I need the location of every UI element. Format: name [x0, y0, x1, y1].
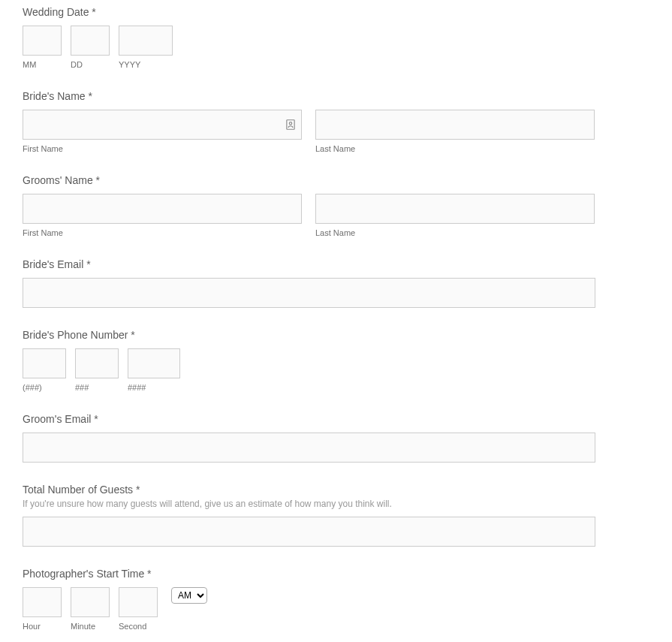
phone-line-input[interactable]: [128, 348, 180, 378]
groom-first-name-input[interactable]: [23, 194, 302, 224]
groom-last-col: Last Name: [315, 194, 595, 237]
wedding-form: Wedding Date * MM DD YYYY Bride's Name *: [0, 0, 672, 642]
phone-prefix-sublabel: ###: [75, 383, 119, 392]
groom-name-group: Grooms' Name * First Name Last Name: [23, 174, 649, 237]
phone-line-col: ####: [128, 348, 180, 392]
phone-area-col: (###): [23, 348, 66, 392]
bride-email-input[interactable]: [23, 278, 595, 308]
groom-email-input[interactable]: [23, 433, 595, 463]
bride-first-name-input[interactable]: [23, 110, 302, 140]
bride-first-sublabel: First Name: [23, 144, 302, 153]
year-col: YYYY: [119, 26, 173, 69]
bride-name-row: First Name Last Name: [23, 110, 649, 153]
groom-name-label: Grooms' Name *: [23, 174, 649, 186]
month-sublabel: MM: [23, 60, 62, 69]
guests-input[interactable]: [23, 517, 595, 547]
required-marker: *: [92, 6, 95, 18]
start-time-group: Photographer's Start Time * Hour Minute …: [23, 568, 649, 631]
bride-email-group: Bride's Email *: [23, 258, 649, 308]
groom-first-sublabel: First Name: [23, 228, 302, 237]
minute-col: Minute: [71, 587, 110, 631]
bride-name-label: Bride's Name *: [23, 90, 649, 102]
bride-first-wrap: [23, 110, 302, 140]
hour-sublabel: Hour: [23, 622, 62, 631]
start-time-label: Photographer's Start Time *: [23, 568, 649, 580]
groom-name-row: First Name Last Name: [23, 194, 649, 237]
day-input[interactable]: [71, 26, 110, 56]
groom-email-group: Groom's Email *: [23, 413, 649, 463]
groom-last-sublabel: Last Name: [315, 228, 595, 237]
label-text: Wedding Date: [23, 6, 89, 18]
phone-area-input[interactable]: [23, 348, 66, 378]
hour-input[interactable]: [23, 587, 62, 617]
year-input[interactable]: [119, 26, 173, 56]
year-sublabel: YYYY: [119, 60, 173, 69]
minute-sublabel: Minute: [71, 622, 110, 631]
required-marker: *: [96, 174, 100, 186]
month-col: MM: [23, 26, 62, 69]
day-sublabel: DD: [71, 60, 110, 69]
ampm-select[interactable]: AMPM: [171, 587, 207, 604]
day-col: DD: [71, 26, 110, 69]
groom-email-label: Groom's Email *: [23, 413, 649, 425]
wedding-date-label: Wedding Date *: [23, 6, 649, 18]
wedding-date-group: Wedding Date * MM DD YYYY: [23, 6, 649, 69]
required-marker: *: [86, 258, 90, 270]
guests-description: If you're unsure how many guests will at…: [23, 499, 649, 509]
ampm-col: AMPM: [171, 587, 207, 604]
label-text: Groom's Email: [23, 413, 91, 425]
label-text: Total Number of Guests: [23, 484, 133, 496]
label-text: Bride's Name: [23, 90, 86, 102]
bride-first-col: First Name: [23, 110, 302, 153]
phone-row: (###) ### ####: [23, 348, 649, 392]
phone-prefix-input[interactable]: [75, 348, 119, 378]
required-marker: *: [94, 413, 98, 425]
groom-first-col: First Name: [23, 194, 302, 237]
hour-col: Hour: [23, 587, 62, 631]
phone-prefix-col: ###: [75, 348, 119, 392]
label-text: Bride's Email: [23, 258, 83, 270]
bride-phone-label: Bride's Phone Number *: [23, 329, 649, 341]
month-input[interactable]: [23, 26, 62, 56]
second-col: Second: [119, 587, 158, 631]
required-marker: *: [136, 484, 140, 496]
date-inputs-row: MM DD YYYY: [23, 26, 649, 69]
bride-email-label: Bride's Email *: [23, 258, 649, 270]
minute-input[interactable]: [71, 587, 110, 617]
second-input[interactable]: [119, 587, 158, 617]
bride-last-col: Last Name: [315, 110, 595, 153]
required-marker: *: [147, 568, 151, 580]
groom-last-name-input[interactable]: [315, 194, 595, 224]
required-marker: *: [131, 329, 134, 341]
label-text: Bride's Phone Number: [23, 329, 128, 341]
guests-label: Total Number of Guests *: [23, 484, 649, 496]
bride-last-sublabel: Last Name: [315, 144, 595, 153]
bride-phone-group: Bride's Phone Number * (###) ### ####: [23, 329, 649, 392]
label-text: Photographer's Start Time: [23, 568, 144, 580]
time-row: Hour Minute Second AMPM: [23, 587, 649, 631]
second-sublabel: Second: [119, 622, 158, 631]
bride-name-group: Bride's Name * First Name Last Name: [23, 90, 649, 153]
required-marker: *: [88, 90, 92, 102]
phone-area-sublabel: (###): [23, 383, 66, 392]
bride-last-name-input[interactable]: [315, 110, 595, 140]
phone-line-sublabel: ####: [128, 383, 180, 392]
guests-group: Total Number of Guests * If you're unsur…: [23, 484, 649, 547]
label-text: Grooms' Name: [23, 174, 93, 186]
